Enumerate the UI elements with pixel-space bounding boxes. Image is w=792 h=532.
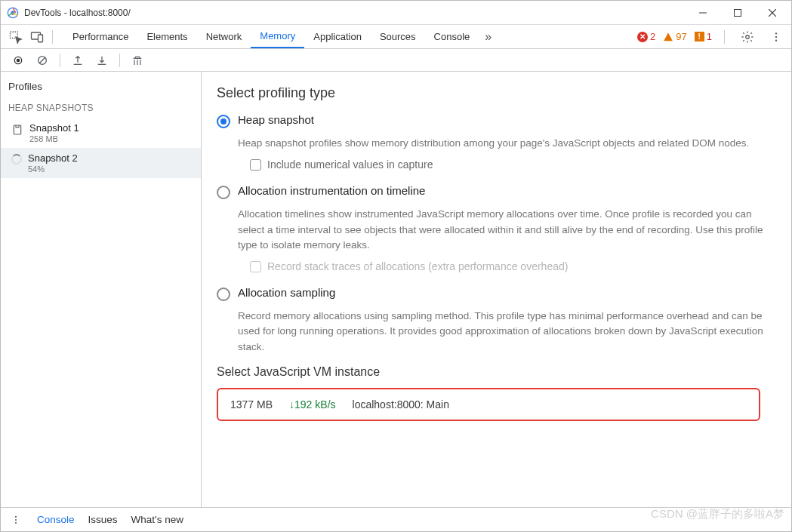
drawer-tab-issues[interactable]: Issues	[88, 514, 118, 525]
svg-point-19	[15, 518, 17, 520]
option-description: Heap snapshot profiles show memory distr…	[238, 136, 772, 151]
vm-rate: 192 kB/s	[294, 398, 335, 411]
svg-point-10	[775, 32, 777, 34]
option-allocation-sampling[interactable]: Allocation sampling	[217, 286, 772, 301]
checkbox-icon[interactable]	[250, 159, 261, 171]
clear-button[interactable]	[31, 50, 54, 71]
save-profile-icon[interactable]	[91, 50, 113, 71]
snapshot-name: Snapshot 1	[29, 122, 79, 134]
chrome-devtools-icon	[7, 7, 19, 19]
checkbox-icon[interactable]	[250, 261, 261, 272]
svg-point-20	[15, 522, 17, 524]
error-count[interactable]: ✕2	[637, 31, 655, 42]
svg-point-18	[15, 515, 17, 517]
radio-icon[interactable]	[217, 186, 230, 199]
tab-sources[interactable]: Sources	[371, 25, 425, 48]
svg-point-11	[775, 35, 777, 37]
settings-icon[interactable]	[737, 30, 758, 44]
close-button[interactable]	[755, 1, 790, 24]
more-tabs-icon[interactable]: »	[479, 30, 498, 44]
sub-option[interactable]: Include numerical values in capture	[250, 158, 772, 171]
tab-console[interactable]: Console	[425, 25, 479, 48]
sidebar-header: Profiles	[1, 76, 201, 98]
garbage-collect-icon[interactable]	[126, 50, 149, 71]
svg-rect-8	[39, 35, 43, 42]
tab-application[interactable]: Application	[304, 25, 371, 48]
radio-icon[interactable]	[217, 115, 230, 128]
warning-count[interactable]: 97	[663, 31, 686, 42]
sub-option-label: Record stack traces of allocations (extr…	[267, 260, 568, 272]
error-icon: ✕	[637, 32, 648, 42]
option-heap-snapshot[interactable]: Heap snapshot	[217, 113, 772, 128]
snapshot-item[interactable]: Snapshot 2 54%	[1, 148, 201, 178]
memory-toolbar	[1, 49, 791, 72]
svg-rect-3	[735, 9, 741, 16]
warning-icon	[663, 32, 673, 42]
inspect-element-icon[interactable]	[5, 26, 26, 48]
vm-size: 1377 MB	[230, 398, 273, 411]
heap-snapshot-icon	[11, 124, 23, 136]
tab-performance[interactable]: Performance	[63, 25, 137, 48]
device-toolbar-icon[interactable]	[26, 26, 48, 48]
main-tab-bar: Performance Elements Network Memory Appl…	[1, 25, 791, 49]
svg-rect-17	[14, 125, 20, 134]
snapshot-size: 258 MB	[29, 134, 79, 143]
option-label: Heap snapshot	[238, 113, 314, 126]
panel-tabs: Performance Elements Network Memory Appl…	[63, 25, 498, 48]
tab-elements[interactable]: Elements	[137, 25, 196, 48]
maximize-button[interactable]	[720, 1, 755, 24]
drawer-tab-console[interactable]: Console	[37, 514, 75, 525]
window-titlebar: DevTools - localhost:8000/	[1, 1, 791, 25]
profiling-heading: Select profiling type	[217, 85, 772, 101]
option-label: Allocation instrumentation on timeline	[238, 184, 425, 197]
drawer-tabs: Console Issues What's new	[1, 507, 791, 531]
radio-icon[interactable]	[217, 288, 230, 301]
loading-spinner-icon	[11, 154, 22, 165]
status-counters: ✕2 97 !1	[637, 30, 791, 44]
drawer-menu-icon[interactable]	[8, 515, 23, 525]
snapshot-item[interactable]: Snapshot 1 258 MB	[1, 118, 201, 148]
more-options-icon[interactable]	[766, 31, 787, 43]
sub-option-label: Include numerical values in capture	[267, 158, 433, 171]
svg-point-9	[746, 35, 750, 38]
minimize-button[interactable]	[686, 1, 720, 24]
vm-target: localhost:8000: Main	[353, 398, 449, 411]
svg-point-12	[775, 39, 777, 41]
vm-heading: Select JavaScript VM instance	[217, 365, 772, 379]
down-arrow-icon: ↓	[289, 398, 294, 411]
profiling-content: Select profiling type Heap snapshot Heap…	[202, 72, 791, 507]
snapshot-name: Snapshot 2	[28, 152, 78, 164]
record-button[interactable]	[7, 50, 29, 71]
issue-count[interactable]: !1	[695, 31, 712, 42]
vm-instance-row[interactable]: 1377 MB ↓192 kB/s localhost:8000: Main	[217, 388, 760, 421]
option-allocation-timeline[interactable]: Allocation instrumentation on timeline	[217, 184, 772, 199]
option-description: Allocation timelines show instrumented J…	[238, 207, 772, 253]
option-description: Record memory allocations using sampling…	[238, 309, 772, 355]
drawer-tab-whats-new[interactable]: What's new	[131, 514, 183, 525]
snapshot-progress: 54%	[28, 165, 78, 174]
svg-line-16	[39, 57, 45, 63]
tab-memory[interactable]: Memory	[251, 25, 304, 48]
load-profile-icon[interactable]	[66, 50, 89, 71]
option-label: Allocation sampling	[238, 286, 335, 299]
window-title: DevTools - localhost:8000/	[24, 8, 131, 18]
issue-icon: !	[695, 32, 704, 42]
svg-point-14	[17, 58, 20, 62]
sidebar-category: HEAP SNAPSHOTS	[1, 98, 201, 118]
tab-network[interactable]: Network	[197, 25, 251, 48]
profiles-sidebar: Profiles HEAP SNAPSHOTS Snapshot 1 258 M…	[1, 72, 202, 507]
sub-option[interactable]: Record stack traces of allocations (extr…	[250, 260, 772, 272]
